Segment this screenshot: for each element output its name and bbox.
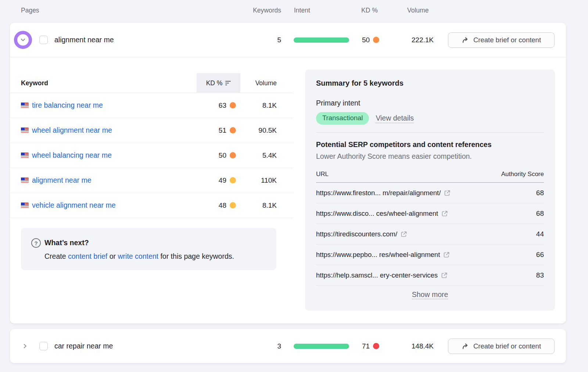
column-header-volume: Volume — [407, 7, 429, 14]
external-link-icon[interactable] — [443, 251, 450, 258]
volume-value: 148.4K — [397, 329, 434, 363]
keyword-row: wheel alignment near me 51 90.5K — [10, 118, 293, 143]
us-flag-icon — [21, 103, 29, 108]
external-link-icon[interactable] — [441, 210, 448, 217]
intent-bar — [294, 344, 349, 349]
page-row-checkbox[interactable] — [39, 36, 48, 44]
column-header-kd: KD % — [361, 7, 378, 14]
competitors-subtitle: Lower Authority Score means easier compe… — [316, 152, 544, 161]
volume-column-header: Volume — [240, 73, 277, 93]
keywords-count: 3 — [244, 329, 281, 363]
action-button-label: Create brief or content — [473, 342, 541, 350]
column-header-keywords: Keywords — [208, 7, 281, 14]
row-divider — [10, 57, 566, 57]
kd-value-group: 50 — [362, 23, 379, 57]
create-brief-or-content-button[interactable]: Create brief or content — [448, 32, 555, 48]
keyword-table-header: Keyword KD % Volume — [10, 73, 293, 93]
redo-arrow-icon — [462, 343, 469, 350]
kd-difficulty-dot — [373, 37, 379, 43]
column-header-pages: Pages — [21, 7, 39, 14]
kd-difficulty-dot — [230, 202, 236, 208]
competitor-url: https://www.fireston... m/repair/alignme… — [316, 189, 441, 197]
kd-difficulty-dot — [373, 343, 379, 349]
authority-score-column-header: Authority Score — [501, 171, 544, 178]
competitor-url: https://tirediscounters.com/ — [316, 230, 397, 238]
keyword-volume: 5.4K — [240, 143, 277, 168]
keywords-count: 5 — [244, 23, 281, 57]
keyword-row: tire balancing near me 63 8.1K — [10, 93, 293, 118]
external-link-icon[interactable] — [441, 272, 448, 279]
authority-score: 68 — [536, 210, 544, 218]
kd-value: 71 — [362, 342, 370, 350]
competitors-title: Potential SERP competitors and content r… — [316, 140, 544, 149]
intent-badge-transactional: Transactional — [316, 112, 369, 125]
sort-descending-icon — [225, 81, 231, 86]
action-button-label: Create brief or content — [473, 36, 541, 44]
page-row-checkbox[interactable] — [39, 342, 48, 350]
keyword-row: alignment near me 49 110K — [10, 168, 293, 193]
page-card-car-repair-near-me: car repair near me 3 71 148.4K Create br… — [10, 329, 566, 363]
page-row: alignment near me 5 50 222.1K Create bri… — [10, 23, 566, 57]
keyword-column-header: Keyword — [21, 73, 48, 93]
chevron-down-icon — [20, 37, 26, 43]
page-title: alignment near me — [54, 23, 114, 57]
authority-score: 44 — [536, 230, 544, 238]
keyword-volume: 8.1K — [240, 93, 277, 118]
competitor-url: https://help.samscl... ery-center-servic… — [316, 271, 438, 279]
page-title: car repair near me — [54, 329, 113, 363]
competitor-url: https://www.pepbo... res/wheel-alignment — [316, 251, 440, 259]
expand-row-button[interactable] — [19, 329, 31, 363]
competitor-row: https://help.samscl... ery-center-servic… — [316, 265, 544, 286]
competitor-row: https://www.pepbo... res/wheel-alignment… — [316, 244, 544, 265]
keyword-table: Keyword KD % Volume tire balancing near … — [10, 73, 293, 218]
intent-bar — [294, 37, 349, 43]
kd-header-label: KD % — [206, 79, 223, 87]
keyword-link[interactable]: wheel balancing near me — [32, 143, 112, 168]
kd-difficulty-dot — [230, 102, 236, 108]
keyword-row: wheel balancing near me 50 5.4K — [10, 143, 293, 168]
keyword-link[interactable]: alignment near me — [32, 168, 92, 193]
authority-score: 83 — [536, 271, 544, 279]
kd-difficulty-dot — [230, 152, 236, 158]
page-row: car repair near me 3 71 148.4K Create br… — [10, 329, 566, 363]
us-flag-icon — [21, 203, 29, 208]
us-flag-icon — [21, 153, 29, 158]
url-table-header: URL Authority Score — [316, 171, 544, 183]
kd-value: 63 — [219, 101, 226, 110]
competitor-row: https://www.fireston... m/repair/alignme… — [316, 183, 544, 203]
kd-value-group: 71 — [362, 329, 379, 363]
url-column-header: URL — [316, 171, 329, 178]
kd-difficulty-dot — [230, 127, 236, 133]
whats-next-box: ? What’s next? Create content brief or w… — [21, 228, 276, 270]
keyword-volume: 90.5K — [240, 118, 277, 143]
volume-value: 222.1K — [397, 23, 434, 57]
competitor-row: https://www.disco... ces/wheel-alignment… — [316, 203, 544, 224]
summary-panel: Summary for 5 keywords Primary intent Tr… — [305, 69, 555, 311]
whats-next-title: What’s next? — [44, 239, 89, 247]
keyword-link[interactable]: tire balancing near me — [32, 93, 103, 118]
kd-difficulty-dot — [230, 177, 236, 183]
show-more-link[interactable]: Show more — [412, 290, 448, 299]
external-link-icon[interactable] — [401, 231, 407, 237]
chevron-right-icon — [22, 343, 28, 349]
keyword-link[interactable]: wheel alignment near me — [32, 118, 112, 143]
kd-value: 50 — [362, 36, 370, 44]
us-flag-icon — [21, 128, 29, 133]
create-brief-or-content-button[interactable]: Create brief or content — [448, 339, 555, 354]
competitor-url: https://www.disco... ces/wheel-alignment — [316, 210, 438, 218]
content-brief-link[interactable]: content brief — [68, 252, 107, 260]
kd-sort-header[interactable]: KD % — [197, 73, 240, 93]
authority-score: 68 — [536, 189, 544, 197]
summary-divider — [316, 132, 544, 133]
external-link-icon[interactable] — [444, 190, 451, 196]
competitor-row: https://tirediscounters.com/ 44 — [316, 224, 544, 244]
kd-value: 48 — [219, 201, 226, 210]
kd-value: 49 — [219, 176, 226, 185]
kd-value: 51 — [219, 126, 226, 135]
collapse-row-button[interactable] — [14, 31, 32, 49]
us-flag-icon — [21, 178, 29, 183]
view-details-link[interactable]: View details — [376, 114, 414, 123]
write-content-link[interactable]: write content — [118, 252, 158, 260]
keyword-link[interactable]: vehicle alignment near me — [32, 193, 116, 218]
authority-score: 66 — [536, 251, 544, 259]
